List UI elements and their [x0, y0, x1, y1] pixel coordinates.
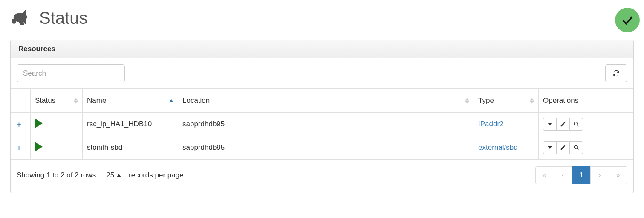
resources-table: Status Name Location Type: [11, 88, 633, 160]
page-title: Status: [39, 9, 87, 28]
refresh-button[interactable]: [605, 64, 627, 82]
table-row: ＋ rsc_ip_HA1_HDB10 sapprdhdb95 IPaddr2: [11, 113, 633, 136]
search-input[interactable]: [17, 64, 125, 82]
search-icon: [573, 145, 579, 151]
edit-button[interactable]: [556, 118, 570, 131]
pencil-icon: [560, 121, 566, 127]
sort-icon: [465, 98, 469, 103]
column-type[interactable]: Type: [474, 89, 539, 113]
sort-icon: [169, 99, 173, 102]
column-name[interactable]: Name: [83, 89, 178, 113]
running-icon: [35, 119, 43, 128]
status-cell: [31, 113, 83, 136]
details-button[interactable]: [569, 141, 583, 154]
showing-text: Showing 1 to 2 of 2 rows: [17, 171, 96, 180]
page-next-button[interactable]: ›: [590, 166, 609, 184]
location-cell: sapprdhdb95: [178, 136, 474, 160]
row-operations: [543, 118, 583, 131]
records-label: records per page: [129, 171, 184, 180]
page-last-button[interactable]: »: [609, 166, 627, 184]
expand-row-button[interactable]: ＋: [11, 136, 31, 160]
svg-line-3: [577, 148, 579, 150]
column-operations: Operations: [539, 89, 633, 113]
table-row: ＋ stonith-sbd sapprdhdb95 external/sbd: [11, 136, 633, 160]
pagination: « ‹ 1 › »: [535, 166, 627, 184]
bullhorn-icon: [10, 10, 27, 26]
name-cell: stonith-sbd: [83, 136, 178, 160]
row-operations: [543, 141, 583, 154]
caret-up-icon: [117, 174, 121, 177]
caret-down-icon: [548, 123, 552, 125]
svg-point-0: [574, 122, 577, 125]
resources-panel: Resources Status Name: [10, 40, 634, 193]
refresh-icon: [612, 70, 620, 77]
menu-button[interactable]: [543, 118, 557, 131]
panel-title: Resources: [11, 40, 633, 58]
name-cell: rsc_ip_HA1_HDB10: [83, 113, 178, 136]
page-current[interactable]: 1: [572, 166, 591, 184]
cluster-health-indicator: [615, 8, 640, 32]
plus-icon: ＋: [15, 120, 23, 128]
edit-button[interactable]: [556, 141, 570, 154]
type-link[interactable]: IPaddr2: [478, 120, 504, 128]
caret-down-icon: [548, 146, 552, 149]
location-cell: sapprdhdb95: [178, 113, 474, 136]
page-first-button[interactable]: «: [535, 166, 554, 184]
sort-icon: [74, 98, 78, 103]
menu-button[interactable]: [543, 141, 557, 154]
checkmark-icon: [621, 14, 634, 26]
column-expand: [11, 89, 31, 113]
pencil-icon: [560, 145, 566, 151]
plus-icon: ＋: [15, 144, 23, 152]
page-size-selector[interactable]: 25: [106, 171, 121, 180]
expand-row-button[interactable]: ＋: [11, 113, 31, 136]
page-prev-button[interactable]: ‹: [554, 166, 572, 184]
details-button[interactable]: [569, 118, 583, 131]
column-status[interactable]: Status: [31, 89, 83, 113]
search-icon: [573, 121, 579, 127]
svg-point-2: [574, 145, 577, 148]
sort-icon: [530, 98, 534, 103]
column-location[interactable]: Location: [178, 89, 474, 113]
svg-line-1: [577, 125, 579, 127]
status-cell: [31, 136, 83, 160]
type-link[interactable]: external/sbd: [478, 143, 518, 151]
running-icon: [35, 142, 43, 151]
